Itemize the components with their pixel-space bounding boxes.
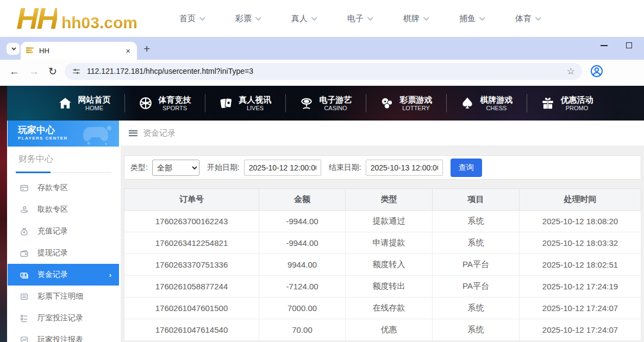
page-title: 资金记录 — [143, 128, 176, 138]
spade-icon — [460, 96, 474, 110]
sidebar-item-deposit-zone[interactable]: 存款专区 — [8, 177, 119, 199]
table-row: 1760261047614540 70.00 优惠 系统 2025-10-12 … — [124, 319, 641, 341]
top-nav-label: 体育 — [515, 14, 532, 24]
browser-profile-icon[interactable] — [590, 65, 603, 78]
roulette-icon — [299, 96, 314, 110]
maximize-icon[interactable] — [626, 42, 632, 48]
cell-amount: -9944.00 — [259, 211, 346, 232]
cell-order-no: 1760261047601500 — [124, 297, 259, 319]
new-tab-button[interactable]: + — [143, 42, 150, 55]
address-bar[interactable]: 112.121.172.181/hhcp/usercenter.html?ini… — [65, 63, 582, 80]
screenshot-root: HH hh03.com 首页 彩票 真人 电子 棋牌 — [0, 0, 644, 342]
browser-tabstrip: HH × + — [0, 37, 644, 60]
site-favicon — [26, 47, 34, 54]
table-row: 1760263412254821 -9944.00 申请提款 系统 2025-1… — [124, 232, 641, 254]
top-nav-slots[interactable]: 电子 — [332, 14, 387, 24]
sidebar-item-player-bet-report[interactable]: 玩家投注报表 — [8, 329, 119, 342]
type-label: 类型: — [130, 163, 148, 173]
chevron-down-icon — [423, 15, 429, 21]
chevron-down-icon — [199, 15, 205, 21]
back-icon[interactable]: ← — [9, 66, 20, 77]
cell-process-time: 2025-10-12 17:24:19 — [520, 276, 641, 297]
page-background-strip — [0, 86, 7, 342]
forward-icon[interactable]: → — [29, 66, 39, 77]
table-header-row: 订单号 金额 类型 项目 处理时间 — [124, 189, 641, 211]
sidebar-item-recharge-record[interactable]: 充值记录 — [8, 220, 119, 242]
main-nav-sports[interactable]: 体育竞技SPORTS — [125, 94, 205, 112]
sidebar-header: 玩家中心 PLAYERS CENTER — [8, 121, 119, 147]
top-nav-lottery[interactable]: 彩票 — [220, 14, 276, 24]
top-nav-fishing[interactable]: 捕鱼 — [443, 14, 499, 24]
cell-process-time: 2025-10-12 17:24:07 — [520, 297, 641, 319]
main-nav-lottery[interactable]: 彩票游戏LOTTERY — [366, 94, 446, 112]
close-tab-icon[interactable]: × — [124, 46, 132, 55]
end-date-input[interactable] — [366, 160, 443, 176]
top-nav-sports[interactable]: 体育 — [499, 14, 555, 24]
top-nav-chess[interactable]: 棋牌 — [387, 14, 443, 24]
minimize-icon[interactable] — [601, 45, 608, 46]
cell-project: 系统 — [433, 319, 520, 341]
sidebar-item-room-bet-record[interactable]: 厅室投注记录 — [8, 307, 119, 329]
site-info-icon[interactable] — [72, 67, 81, 76]
cell-type: 在线存款 — [346, 297, 433, 319]
top-nav-home[interactable]: 首页 — [164, 14, 220, 24]
gamepad-icon — [82, 123, 114, 145]
main-nav-live[interactable]: 真人视讯LIVES — [205, 94, 285, 112]
top-nav-label: 棋牌 — [403, 14, 420, 24]
main-nav-promo[interactable]: 优惠活动PROMO — [527, 94, 607, 112]
filter-bar: 类型: 全部 开始日期: 结束日期: 查询 — [124, 155, 641, 180]
main-nav-chess[interactable]: 棋牌游戏CHESS — [447, 94, 527, 112]
chevron-down-icon — [535, 15, 541, 21]
col-process-time: 处理时间 — [520, 189, 641, 211]
main-nav-label-cn: 网站首页 — [78, 94, 111, 105]
breadcrumb: 资金记录 — [121, 121, 644, 145]
window-controls — [601, 42, 632, 48]
banknotes-icon — [20, 270, 29, 280]
start-date-input[interactable] — [244, 160, 321, 176]
sports-ball-icon — [139, 96, 153, 110]
main-nav-casino[interactable]: 电子游艺CASINO — [286, 94, 366, 112]
main-nav-home[interactable]: 网站首页HOME — [45, 94, 124, 112]
funds-table-card: 订单号 金额 类型 项目 处理时间 1760263700162243 -9944… — [124, 188, 641, 341]
reload-icon[interactable]: ↻ — [48, 66, 57, 77]
lottery-balls-icon — [380, 96, 394, 110]
table-row: 1760261047601500 7000.00 在线存款 系统 2025-10… — [124, 297, 641, 319]
cell-process-time: 2025-10-12 18:02:51 — [520, 254, 641, 276]
sidebar-item-label: 彩票下注明细 — [37, 292, 83, 301]
cell-amount: 70.00 — [259, 319, 346, 341]
main-nav-label-en: HOME — [85, 105, 103, 112]
site-logo[interactable]: HH hh03.com — [16, 3, 137, 34]
type-select[interactable]: 全部 — [152, 160, 199, 176]
sidebar-item-label: 取款专区 — [37, 205, 68, 214]
menu-toggle-icon[interactable] — [129, 130, 137, 136]
search-button[interactable]: 查询 — [451, 159, 482, 177]
browser-tab[interactable]: HH × — [21, 42, 137, 60]
table-row: 1760261058877244 -7124.00 额度转出 PA平台 2025… — [124, 276, 641, 297]
top-nav-label: 首页 — [179, 14, 196, 24]
top-nav-live[interactable]: 真人 — [276, 14, 332, 24]
sidebar-item-label: 资金记录 — [37, 270, 68, 280]
main-nav-label-en: SPORTS — [162, 105, 187, 112]
chevron-down-icon — [311, 15, 317, 21]
sidebar-item-label: 充值记录 — [37, 226, 68, 236]
cell-process-time: 2025-10-12 18:08:20 — [520, 211, 641, 232]
sidebar-item-lottery-bet-detail[interactable]: 彩票下注明细 — [8, 286, 119, 307]
tab-title: HH — [39, 47, 124, 55]
home-icon — [58, 96, 72, 110]
table-row: 1760263700162243 -9944.00 提款通过 系统 2025-1… — [124, 211, 641, 232]
main-nav-label-cn: 真人视讯 — [239, 94, 272, 105]
sidebar-item-label: 提现记录 — [37, 248, 68, 258]
sidebar: 玩家中心 PLAYERS CENTER 财务中心 存款专区 取款专区 充值记录 — [8, 121, 119, 342]
col-order-no: 订单号 — [124, 189, 259, 211]
cell-project: 系统 — [433, 297, 520, 319]
bookmark-star-icon[interactable]: ☆ — [567, 66, 575, 77]
sidebar-item-funds-record[interactable]: 资金记录 › — [8, 264, 119, 286]
tab-search-button[interactable] — [7, 43, 20, 55]
sidebar-item-withdrawal-record[interactable]: 提现记录 — [8, 242, 119, 264]
main-nav-label-cn: 彩票游戏 — [400, 94, 433, 105]
sidebar-item-withdraw-zone[interactable]: 取款专区 — [8, 199, 119, 220]
playing-cards-icon — [219, 96, 233, 110]
cell-order-no: 1760263370751336 — [124, 254, 259, 276]
main-nav-label-en: CASINO — [324, 105, 347, 112]
main-nav-label-en: LOTTERY — [402, 105, 430, 112]
